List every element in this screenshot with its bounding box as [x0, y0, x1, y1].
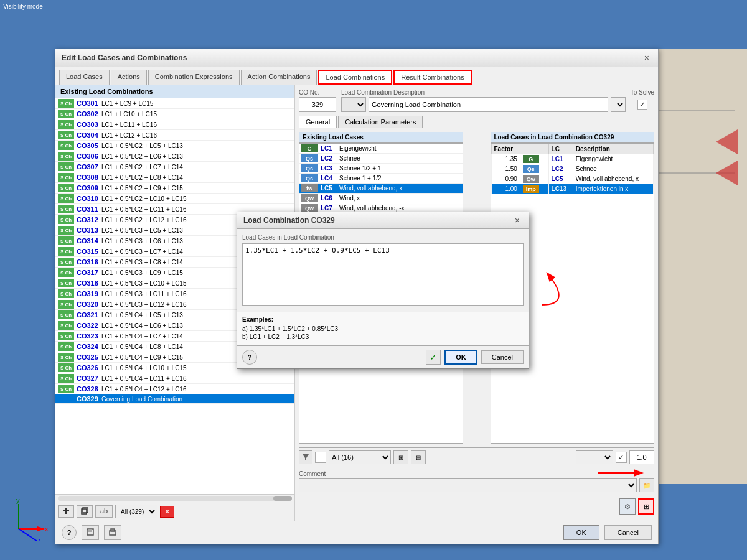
svg-line-18 [19, 529, 37, 541]
combo-filter-select[interactable] [576, 450, 613, 464]
sub-formula-textarea[interactable]: 1.35*LC1 + 1.5*LC2 + 0.9*LC5 + LC13 [242, 243, 524, 306]
sub-dialog-title: Load Combination CO329 [243, 216, 335, 225]
combo-case-row[interactable]: 1.35GLC1Eigengewicht [491, 154, 654, 164]
help-button[interactable]: ? [62, 525, 77, 540]
combo-list-item[interactable]: S ChCO301LC1 + LC9 + LC15 [55, 98, 294, 109]
expand-icon-button[interactable]: ⊟ [411, 450, 426, 464]
existing-lc-header: Existing Load Cases [299, 132, 463, 143]
combo-case-row[interactable]: 0.90QwLC5Wind, voll abhebend, x [491, 174, 654, 184]
lc-list-item[interactable]: fwLC5Wind, voll abhebend, x [299, 184, 463, 194]
sub-dialog-footer: ? ✓ OK Cancel [237, 345, 529, 368]
combo-list-item[interactable]: S ChCO307LC1 + 0.5*LC2 + LC7 + LC14 [55, 162, 294, 172]
combo-list-item[interactable]: S ChCO306LC1 + 0.5*LC2 + LC6 + LC13 [55, 151, 294, 162]
lc-list-item[interactable]: QsLC3Schnee 1/2 + 1 [299, 164, 463, 174]
combo-list-item[interactable]: S ChCO309LC1 + 0.5*LC2 + LC9 + LC15 [55, 183, 294, 194]
example-a: a) 1.35*LC1 + 1.5*LC2 + 0.85*LC3 [242, 325, 524, 332]
add-combo-button[interactable] [58, 505, 74, 518]
tab-result-combinations[interactable]: Result Combinations [393, 70, 472, 85]
co-num-group: CO No. [299, 89, 336, 112]
lc-list-item[interactable]: QsLC4Schnee 1 + 1/2 [299, 174, 463, 184]
sub-dialog-close-button[interactable]: × [512, 215, 522, 225]
comment-label: Comment [299, 470, 654, 477]
combo-list-item[interactable]: S ChCO305LC1 + 0.5*LC2 + LC5 + LC13 [55, 141, 294, 151]
right-bottom-btns: ⚙ ⊞ [299, 496, 654, 517]
sub-help-button[interactable]: ? [242, 350, 257, 365]
lc-filter-select[interactable]: All (16) [329, 450, 391, 464]
existing-combos-header: Existing Load Combinations [55, 85, 294, 98]
sub-ok-button[interactable]: OK [444, 350, 477, 365]
tab-actions[interactable]: Actions [111, 70, 147, 85]
desc-group: Load Combination Description [341, 89, 626, 112]
combo-case-row[interactable]: 1.50QsLC2Schnee [491, 164, 654, 174]
desc-input[interactable] [369, 97, 608, 112]
save-file-button[interactable] [82, 525, 99, 540]
combo-list-item[interactable]: CO329Governing Load Combination [55, 394, 294, 404]
desc-type-select[interactable] [341, 97, 366, 112]
sub-examples-area: Examples: a) 1.35*LC1 + 1.5*LC2 + 0.85*L… [237, 312, 529, 345]
list-toolbar: abc All (329) ✕ [55, 502, 294, 521]
rename-combo-button[interactable]: abc [95, 505, 113, 518]
combo-list-item[interactable]: S ChCO304LC1 + LC12 + LC16 [55, 130, 294, 141]
color-box [315, 452, 326, 463]
combo-lc-header: Load Cases in Load Combination CO329 [491, 132, 655, 143]
print-button[interactable] [104, 525, 121, 540]
tab-action-combinations[interactable]: Action Combinations [241, 70, 317, 85]
tab-load-combinations[interactable]: Load Combinations [318, 70, 392, 85]
combo-list-item[interactable]: S ChCO302LC1 + LC10 + LC15 [55, 109, 294, 119]
tab-load-cases[interactable]: Load Cases [59, 70, 110, 85]
visibility-mode-label: Visibility mode [3, 3, 43, 10]
copy-combo-button[interactable] [77, 505, 93, 518]
inner-tabs-row: General Calculation Parameters [299, 116, 654, 128]
lc-list-item[interactable]: QsLC2Schnee [299, 154, 463, 164]
comment-select[interactable] [299, 478, 637, 492]
main-tabs-row: Load Cases Actions Combination Expressio… [55, 67, 658, 85]
co-row: CO No. Load Combination Description To S… [299, 89, 654, 112]
combo-list-item[interactable]: S ChCO327LC1 + 0.5*LC4 + LC11 + LC16 [55, 373, 294, 384]
arrange-icon-button[interactable]: ⊞ [393, 450, 408, 464]
dialog-titlebar: Edit Load Cases and Combinations × [55, 49, 658, 67]
cancel-button[interactable]: Cancel [604, 525, 652, 540]
sub-cancel-button[interactable]: Cancel [481, 350, 524, 364]
bottom-toolbar: All (16) ⊞ ⊟ [299, 447, 654, 467]
delete-combo-button[interactable]: ✕ [160, 506, 174, 518]
ok-button[interactable]: OK [563, 525, 599, 540]
sub-dialog-titlebar: Load Combination CO329 × [237, 212, 529, 229]
examples-title: Examples: [242, 316, 524, 323]
svg-rect-14 [111, 529, 115, 531]
dialog-title: Edit Load Cases and Combinations [62, 54, 187, 62]
sub-dialog: Load Combination CO329 × Load Cases in L… [237, 212, 529, 369]
filter-button[interactable] [299, 450, 312, 464]
factor-input[interactable] [629, 450, 654, 464]
settings-icon-button[interactable]: ⚙ [619, 498, 636, 515]
combo-list-item[interactable]: S ChCO328LC1 + 0.5*LC4 + LC12 + LC16 [55, 384, 294, 394]
combo-list-item[interactable]: S ChCO310LC1 + 0.5*LC2 + LC10 + LC15 [55, 194, 294, 204]
svg-rect-6 [65, 508, 67, 514]
to-solve-group: To Solve [631, 89, 654, 112]
table-icon-button[interactable]: ⊞ [638, 498, 654, 515]
svg-rect-7 [82, 509, 87, 514]
comment-browse-button[interactable]: 📁 [639, 478, 654, 492]
desc-dropdown[interactable] [611, 97, 626, 112]
sub-dialog-content: Load Cases in Load Combination 1.35*LC1 … [237, 229, 529, 312]
svg-text:z: z [37, 536, 41, 541]
co-num-input[interactable] [299, 97, 336, 112]
combo-case-row[interactable]: 1.00ImpLC13Imperfektionen in x [491, 184, 654, 194]
combo-list-item[interactable]: S ChCO303LC1 + LC11 + LC16 [55, 119, 294, 130]
combo-list-item[interactable]: S ChCO308LC1 + 0.5*LC2 + LC8 + LC14 [55, 172, 294, 183]
tab-general[interactable]: General [299, 116, 337, 128]
to-solve-label: To Solve [631, 89, 654, 96]
co-num-label: CO No. [299, 89, 336, 96]
verify-button[interactable]: ✓ [426, 350, 441, 365]
tab-combination-expressions[interactable]: Combination Expressions [148, 70, 240, 85]
combo-filter-checkbox[interactable] [616, 452, 627, 463]
all-combos-select[interactable]: All (329) [115, 505, 157, 518]
svg-text:abc: abc [100, 507, 108, 515]
lc-list-item[interactable]: QwLC6Wind, x [299, 194, 463, 203]
lc-list-item[interactable]: GLC1Eigengewicht [299, 144, 463, 154]
dialog-close-button[interactable]: × [642, 53, 652, 63]
svg-rect-8 [83, 508, 88, 513]
tab-calc-params[interactable]: Calculation Parameters [338, 116, 423, 128]
to-solve-checkbox[interactable] [637, 100, 647, 110]
svg-rect-12 [88, 529, 92, 532]
desc-label: Load Combination Description [341, 89, 626, 96]
